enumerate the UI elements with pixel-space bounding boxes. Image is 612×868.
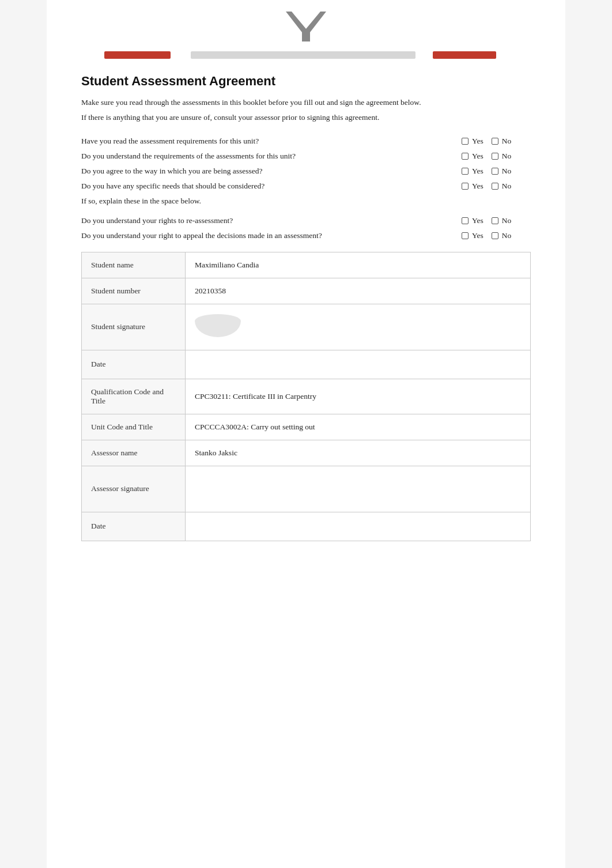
no-radio-3[interactable] [492, 168, 498, 175]
value-qualification: CPC30211: Certificate III in Carpentry [186, 379, 531, 414]
bottom-questions: Do you understand your rights to re-asse… [81, 216, 531, 240]
table-row-student-name: Student name Maximiliano Candia [82, 252, 531, 278]
info-table: Student name Maximiliano Candia Student … [81, 252, 531, 541]
table-row-unit: Unit Code and Title CPCCCA3002A: Carry o… [82, 414, 531, 440]
main-title: Student Assessment Agreement [81, 74, 531, 89]
bottom-yes-radio-2[interactable] [462, 232, 469, 239]
table-row-student-signature: Student signature [82, 304, 531, 350]
table-row-assessor-name: Assessor name Stanko Jaksic [82, 440, 531, 466]
bottom-no-label-1: No [502, 216, 512, 225]
label-student-date: Date [82, 350, 186, 379]
value-unit: CPCCCA3002A: Carry out setting out [186, 414, 531, 440]
yes-radio-2[interactable] [462, 153, 469, 160]
table-row-assessor-signature: Assessor signature [82, 466, 531, 512]
bottom-radio-group-1: Yes No [462, 216, 531, 225]
value-assessor-signature [186, 466, 531, 512]
table-row-assessor-date: Date [82, 512, 531, 541]
question-row-1: Have you read the assessment requirement… [81, 137, 531, 146]
label-unit: Unit Code and Title [82, 414, 186, 440]
logo-bar-left [104, 51, 171, 59]
logo-y-icon [286, 12, 326, 43]
radio-group-2: Yes No [462, 152, 531, 161]
value-student-date [186, 350, 531, 379]
no-label-2: No [502, 152, 512, 161]
bottom-q-text-1: Do you understand your rights to re-asse… [81, 216, 462, 225]
svg-rect-1 [302, 29, 310, 41]
table-row-student-number: Student number 20210358 [82, 278, 531, 304]
bottom-q-text-2: Do you understand your right to appeal t… [81, 231, 462, 240]
bottom-q-row-1: Do you understand your rights to re-asse… [81, 216, 531, 225]
logo-bar-right [433, 51, 496, 59]
logo-org-name-bar [191, 51, 415, 59]
yes-label-4: Yes [472, 182, 483, 191]
radio-group-4: Yes No [462, 182, 531, 191]
no-label-4: No [502, 182, 512, 191]
label-assessor-date: Date [82, 512, 186, 541]
yes-label-1: Yes [472, 137, 483, 146]
question-text-4: Do you have any specific needs that shou… [81, 182, 462, 191]
question-row-4: Do you have any specific needs that shou… [81, 182, 531, 191]
question-text-3: Do you agree to the way in which you are… [81, 167, 462, 176]
question-text-1: Have you read the assessment requirement… [81, 137, 462, 146]
no-label-1: No [502, 137, 512, 146]
header-logo [81, 12, 531, 63]
bottom-no-radio-1[interactable] [492, 217, 498, 224]
question-text-2: Do you understand the requirements of th… [81, 152, 462, 161]
question-row-2: Do you understand the requirements of th… [81, 152, 531, 161]
label-qualification: Qualification Code and Title [82, 379, 186, 414]
label-student-signature: Student signature [82, 304, 186, 350]
questions-section: Have you read the assessment requirement… [81, 137, 531, 206]
label-student-number: Student number [82, 278, 186, 304]
question-row-3: Do you agree to the way in which you are… [81, 167, 531, 176]
intro-para2: If there is anything that you are unsure… [81, 112, 531, 123]
table-row-qualification: Qualification Code and Title CPC30211: C… [82, 379, 531, 414]
yes-radio-3[interactable] [462, 168, 469, 175]
no-label-3: No [502, 167, 512, 176]
yes-label-3: Yes [472, 167, 483, 176]
no-radio-1[interactable] [492, 138, 498, 145]
bottom-no-label-2: No [502, 231, 512, 240]
value-student-number: 20210358 [186, 278, 531, 304]
value-student-signature [186, 304, 531, 350]
bottom-no-radio-2[interactable] [492, 232, 498, 239]
if-so-label: If so, explain these in the space below. [81, 197, 531, 206]
bottom-yes-radio-1[interactable] [462, 217, 469, 224]
page: Student Assessment Agreement Make sure y… [47, 0, 565, 868]
value-student-name: Maximiliano Candia [186, 252, 531, 278]
no-radio-2[interactable] [492, 153, 498, 160]
label-student-name: Student name [82, 252, 186, 278]
radio-group-1: Yes No [462, 137, 531, 146]
label-assessor-name: Assessor name [82, 440, 186, 466]
value-assessor-date [186, 512, 531, 541]
no-radio-4[interactable] [492, 183, 498, 190]
radio-group-3: Yes No [462, 167, 531, 176]
table-row-student-date: Date [82, 350, 531, 379]
intro-para1: Make sure you read through the assessmen… [81, 97, 531, 108]
bottom-radio-group-2: Yes No [462, 231, 531, 240]
value-assessor-name: Stanko Jaksic [186, 440, 531, 466]
student-signature-image [195, 314, 241, 337]
yes-label-2: Yes [472, 152, 483, 161]
yes-radio-1[interactable] [462, 138, 469, 145]
bottom-yes-label-2: Yes [472, 231, 483, 240]
bottom-yes-label-1: Yes [472, 216, 483, 225]
label-assessor-signature: Assessor signature [82, 466, 186, 512]
yes-radio-4[interactable] [462, 183, 469, 190]
bottom-q-row-2: Do you understand your right to appeal t… [81, 231, 531, 240]
